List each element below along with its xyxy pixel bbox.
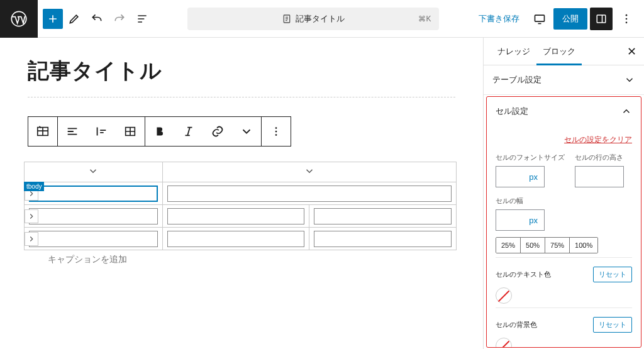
workspace: 記事タイトル: [0, 38, 644, 349]
bold-button[interactable]: [145, 117, 174, 146]
pct-25-button[interactable]: 25%: [496, 238, 521, 253]
table-cell[interactable]: [162, 182, 456, 205]
document-title-bar: 記事タイトル ⌘K: [153, 8, 472, 30]
text-color-swatch[interactable]: [496, 287, 512, 304]
chevron-down-icon: [304, 165, 315, 177]
clear-cell-settings-link[interactable]: セルの設定をクリア: [496, 135, 632, 145]
wordpress-logo[interactable]: [0, 0, 38, 38]
sidebar-icon: [596, 13, 607, 25]
add-block-button[interactable]: [43, 9, 63, 29]
line-height-input[interactable]: [575, 166, 624, 187]
svg-point-6: [626, 21, 628, 23]
document-outline-button[interactable]: [131, 8, 153, 30]
table-cell-selected[interactable]: tbody: [25, 182, 163, 205]
table-caption-input[interactable]: キャプションを追加: [48, 254, 465, 265]
line-height-label: セルの行の高さ: [575, 153, 624, 162]
svg-rect-2: [535, 15, 545, 21]
col-header[interactable]: [25, 162, 163, 182]
svg-point-5: [626, 18, 628, 19]
block-type-button[interactable]: [28, 117, 57, 146]
more-format-button[interactable]: [232, 117, 261, 146]
tab-block[interactable]: ブロック: [536, 38, 582, 65]
width-input[interactable]: px: [496, 209, 545, 231]
tab-knowledge[interactable]: ナレッジ: [491, 38, 536, 65]
svg-rect-3: [597, 15, 606, 23]
more-vertical-icon: [620, 13, 633, 25]
panel-table-settings: テーブル設定: [484, 65, 644, 95]
pct-100-button[interactable]: 100%: [570, 238, 597, 253]
table-row: [25, 205, 457, 228]
vertical-align-button[interactable]: [87, 117, 116, 146]
valign-icon: [94, 125, 108, 138]
row-handle[interactable]: [25, 232, 38, 246]
settings-sidebar: ナレッジ ブロック ✕ テーブル設定 セル設定 セルの設定をクリア セルのフォン…: [483, 38, 644, 349]
table-grid-icon: [123, 125, 137, 138]
svg-point-4: [626, 14, 628, 16]
shortcut-hint: ⌘K: [418, 14, 431, 23]
panel-head-table-settings[interactable]: テーブル設定: [484, 65, 644, 94]
more-options-button[interactable]: [615, 8, 638, 30]
preview-button[interactable]: [528, 8, 551, 30]
edit-mode-button[interactable]: [63, 8, 86, 30]
link-icon: [211, 125, 225, 138]
document-title-text: 記事タイトル: [296, 13, 345, 25]
close-sidebar-button[interactable]: ✕: [627, 45, 636, 58]
svg-point-11: [275, 134, 277, 136]
text-color-label: セルのテキスト色: [496, 270, 551, 279]
svg-point-9: [275, 127, 277, 129]
bg-color-label: セルの背景色: [496, 320, 537, 330]
edit-table-button[interactable]: [116, 117, 145, 146]
table-row: [25, 228, 457, 250]
table-cell[interactable]: [309, 205, 457, 228]
sidebar-tabs: ナレッジ ブロック ✕: [484, 38, 644, 65]
table-cell[interactable]: [162, 228, 309, 250]
bg-color-swatch[interactable]: [496, 338, 512, 348]
table-cell[interactable]: [309, 228, 457, 250]
undo-button[interactable]: [86, 8, 108, 30]
chevron-right-icon: [27, 212, 36, 221]
pct-50-button[interactable]: 50%: [521, 238, 545, 253]
top-toolbar: 記事タイトル ⌘K 下書き保存 公開: [0, 0, 644, 38]
align-button[interactable]: [58, 117, 87, 146]
table-cell[interactable]: [162, 205, 309, 228]
page-icon: [282, 14, 292, 24]
topbar-right-tools: 下書き保存 公開: [472, 8, 644, 30]
divider: [28, 97, 455, 97]
block-more-button[interactable]: [262, 117, 291, 146]
col-header[interactable]: [162, 162, 456, 182]
row-handle[interactable]: [25, 209, 38, 223]
font-size-input[interactable]: px: [496, 166, 545, 187]
block-toolbar: [28, 116, 291, 147]
table-row: tbody: [25, 182, 457, 205]
pct-75-button[interactable]: 75%: [545, 238, 570, 253]
chevron-down-icon: [624, 74, 635, 86]
width-percent-presets: 25% 50% 75% 100%: [496, 237, 598, 253]
list-icon: [136, 13, 148, 25]
save-draft-button[interactable]: 下書き保存: [472, 13, 526, 25]
redo-icon: [113, 13, 126, 25]
font-size-label: セルのフォントサイズ: [496, 153, 565, 162]
document-title-pill[interactable]: 記事タイトル ⌘K: [187, 8, 439, 30]
table-cell[interactable]: [25, 205, 163, 228]
svg-point-10: [275, 131, 277, 133]
editor-canvas[interactable]: 記事タイトル: [0, 38, 483, 349]
width-label: セルの幅: [496, 196, 632, 206]
redo-button[interactable]: [108, 8, 131, 30]
table-header-row: [25, 162, 457, 182]
publish-button[interactable]: 公開: [553, 8, 587, 30]
post-title[interactable]: 記事タイトル: [28, 57, 465, 86]
panel-head-cell-settings[interactable]: セル設定: [487, 97, 641, 126]
table-cell[interactable]: [25, 228, 163, 250]
table-block[interactable]: tbody: [24, 162, 465, 265]
wordpress-icon: [10, 10, 28, 28]
table-block-icon: [36, 125, 50, 138]
reset-text-color-button[interactable]: リセット: [593, 267, 632, 282]
reset-bg-color-button[interactable]: リセット: [593, 317, 632, 333]
link-button[interactable]: [203, 117, 232, 146]
cell-settings-body: セルの設定をクリア セルのフォントサイズ px セルの行の高さ セルの幅 px: [487, 126, 641, 348]
italic-button[interactable]: [174, 117, 203, 146]
chevron-down-icon: [240, 125, 253, 138]
settings-panel-toggle[interactable]: [590, 8, 613, 30]
undo-icon: [91, 13, 103, 25]
plus-icon: [47, 13, 59, 25]
